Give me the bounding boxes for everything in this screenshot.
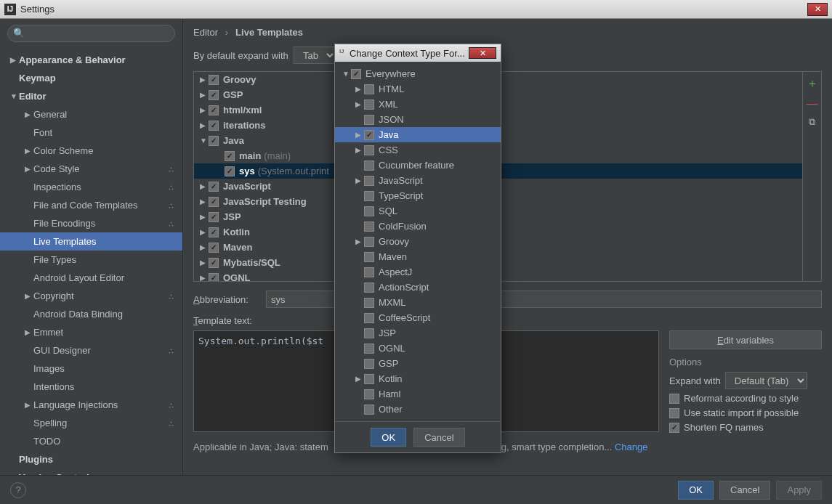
ok-button[interactable]: OK: [678, 481, 714, 500]
search-icon: 🔍: [13, 28, 25, 38]
abbreviation-label: AAbbreviation:bbreviation:: [193, 294, 259, 305]
reformat-checkbox[interactable]: [669, 394, 679, 404]
breadcrumb-editor[interactable]: Editor: [193, 27, 218, 38]
help-button[interactable]: ?: [10, 482, 26, 498]
sidebar-item[interactable]: ▶Emmet: [0, 323, 182, 341]
change-context-link[interactable]: Change: [615, 442, 648, 452]
context-type-row[interactable]: Maven: [335, 249, 501, 264]
context-type-row[interactable]: OGNL: [335, 341, 501, 356]
sidebar-item[interactable]: Android Data Binding: [0, 305, 182, 323]
shorten-fq-checkbox[interactable]: [669, 423, 679, 433]
dialog-ok-button[interactable]: OK: [371, 428, 406, 447]
apply-button[interactable]: Apply: [776, 481, 822, 500]
context-type-row[interactable]: AspectJ: [335, 264, 501, 280]
sidebar-item[interactable]: TODO: [0, 432, 182, 450]
context-type-row[interactable]: GSP: [335, 356, 501, 371]
breadcrumb: Editor › Live Templates: [193, 26, 822, 38]
sidebar-item[interactable]: Android Layout Editor: [0, 269, 182, 287]
template-groups-list[interactable]: ▶Groovy▶GSP▶html/xml▶iterations▼Javamain…: [193, 71, 822, 282]
context-type-row[interactable]: ▼Everywhere: [335, 66, 501, 81]
app-icon: IJ: [4, 4, 16, 15]
context-type-row[interactable]: ▶Kotlin: [335, 371, 501, 386]
sidebar-item[interactable]: ▶Version Control⛬: [0, 468, 182, 475]
expand-default-combo[interactable]: Tab: [294, 46, 336, 64]
sidebar-item[interactable]: Plugins: [0, 450, 182, 468]
change-context-dialog: IJ Change Context Type For... ✕ ▼Everywh…: [334, 44, 501, 453]
context-type-row[interactable]: JSP: [335, 325, 501, 341]
breadcrumb-current: Live Templates: [235, 27, 303, 38]
app-icon: IJ: [339, 48, 350, 58]
copy-template-button[interactable]: ⧉: [809, 116, 815, 128]
settings-search-input[interactable]: [7, 25, 175, 42]
expand-with-combo[interactable]: Default (Tab): [725, 372, 807, 389]
context-type-row[interactable]: ▶CSS: [335, 142, 501, 158]
context-type-row[interactable]: ▶JavaScript: [335, 173, 501, 188]
context-type-row[interactable]: ▶Java: [335, 127, 501, 142]
sidebar-item[interactable]: Spelling⛬: [0, 414, 182, 432]
context-type-row[interactable]: TypeScript: [335, 188, 501, 203]
sidebar-item[interactable]: File Encodings⛬: [0, 214, 182, 232]
context-type-row[interactable]: ▶HTML: [335, 81, 501, 97]
applicable-context-text: Applicable in Java; Java: statem: [193, 442, 328, 452]
options-header: Options: [669, 357, 822, 367]
window-close-button[interactable]: ✕: [807, 3, 828, 16]
sidebar-item[interactable]: Images: [0, 359, 182, 378]
dialog-close-button[interactable]: ✕: [469, 47, 496, 59]
cancel-button[interactable]: Cancel: [719, 481, 770, 500]
sidebar-item[interactable]: File Types: [0, 251, 182, 269]
context-type-row[interactable]: Cucumber feature: [335, 158, 501, 173]
dialog-footer: ? OK Cancel Apply: [0, 475, 832, 504]
dialog-title: Change Context Type For...: [350, 48, 465, 59]
sidebar-item[interactable]: ▶Color Scheme: [0, 142, 182, 160]
context-type-row[interactable]: Haml: [335, 386, 501, 402]
sidebar-item[interactable]: ▶Language Injections⛬: [0, 396, 182, 414]
sidebar-item[interactable]: File and Code Templates⛬: [0, 196, 182, 214]
settings-main: Editor › Live Templates By default expan…: [183, 19, 832, 475]
sidebar-item[interactable]: ▼Editor: [0, 87, 182, 105]
dialog-cancel-button[interactable]: Cancel: [413, 428, 464, 447]
settings-sidebar: 🔍 ▶Appearance & BehaviorKeymap▼Editor▶Ge…: [0, 19, 183, 475]
sidebar-item[interactable]: ▶General: [0, 105, 182, 123]
context-type-tree[interactable]: ▼Everywhere▶HTML▶XMLJSON▶Java▶CSSCucumbe…: [335, 62, 501, 421]
sidebar-item[interactable]: Keymap: [0, 69, 182, 87]
window-title: Settings: [20, 4, 54, 15]
sidebar-item[interactable]: ▶Copyright⛬: [0, 287, 182, 305]
template-text-label: Template text:: [193, 315, 822, 326]
sidebar-item[interactable]: Live Templates: [0, 232, 182, 251]
expand-default-label: By default expand with: [193, 50, 288, 61]
context-type-row[interactable]: Other: [335, 402, 501, 417]
context-type-row[interactable]: ▶Groovy: [335, 234, 501, 249]
context-type-row[interactable]: ActionScript: [335, 280, 501, 295]
context-type-row[interactable]: MXML: [335, 295, 501, 310]
sidebar-item[interactable]: Intentions: [0, 378, 182, 396]
context-type-row[interactable]: SQL: [335, 203, 501, 219]
sidebar-item[interactable]: ▶Appearance & Behavior: [0, 51, 182, 69]
sidebar-item[interactable]: Inspections⛬: [0, 178, 182, 196]
edit-variables-button[interactable]: Edit variables: [669, 330, 822, 349]
context-type-row[interactable]: ColdFusion: [335, 219, 501, 234]
context-type-row[interactable]: JSON: [335, 112, 501, 127]
sidebar-item[interactable]: ▶Code Style⛬: [0, 160, 182, 178]
context-type-row[interactable]: ▶XML: [335, 97, 501, 112]
static-import-checkbox[interactable]: [669, 408, 679, 418]
expand-with-label: Expand with: [669, 375, 721, 386]
remove-template-button[interactable]: —: [807, 97, 818, 110]
titlebar: IJ Settings ✕: [0, 0, 832, 19]
settings-tree[interactable]: ▶Appearance & BehaviorKeymap▼Editor▶Gene…: [0, 48, 182, 475]
context-type-row[interactable]: CoffeeScript: [335, 310, 501, 325]
sidebar-item[interactable]: Font: [0, 123, 182, 142]
sidebar-item[interactable]: GUI Designer⛬: [0, 341, 182, 359]
add-template-button[interactable]: ＋: [807, 76, 818, 92]
